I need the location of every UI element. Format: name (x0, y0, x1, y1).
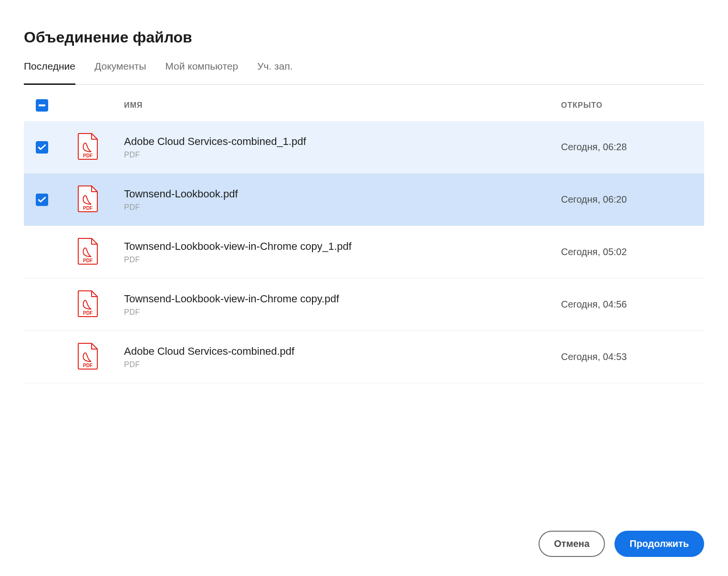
tabs-bar: Последние Документы Мой компьютер Уч. за… (24, 61, 704, 85)
file-row[interactable]: PDF Townsend-Lookbook.pdf PDF Сегодня, 0… (24, 174, 704, 226)
tab-account[interactable]: Уч. зап. (257, 61, 292, 84)
file-type: PDF (124, 360, 561, 369)
dialog-title: Объединение файлов (24, 29, 704, 46)
svg-text:PDF: PDF (83, 363, 93, 368)
svg-text:PDF: PDF (83, 153, 93, 158)
file-type: PDF (124, 151, 561, 159)
file-name: Adobe Cloud Services-combined_1.pdf (124, 135, 561, 148)
file-type: PDF (124, 308, 561, 317)
file-row[interactable]: PDF Adobe Cloud Services-combined.pdf PD… (24, 331, 704, 383)
file-name: Townsend-Lookbook.pdf (124, 188, 561, 200)
file-opened: Сегодня, 04:56 (561, 299, 704, 310)
file-name: Townsend-Lookbook-view-in-Chrome copy_1.… (124, 240, 561, 253)
select-all-checkbox[interactable] (36, 99, 48, 112)
continue-button[interactable]: Продолжить (614, 531, 704, 557)
pdf-file-icon: PDF (76, 237, 99, 265)
svg-text:PDF: PDF (83, 258, 93, 263)
pdf-file-icon: PDF (76, 290, 99, 318)
file-row[interactable]: PDF Townsend-Lookbook-view-in-Chrome cop… (24, 278, 704, 331)
file-type: PDF (124, 256, 561, 264)
cancel-button[interactable]: Отмена (539, 531, 604, 557)
file-name: Townsend-Lookbook-view-in-Chrome copy.pd… (124, 293, 561, 305)
column-header-name[interactable]: ИМЯ (124, 101, 561, 110)
pdf-file-icon: PDF (76, 342, 99, 370)
pdf-file-icon: PDF (76, 133, 99, 160)
dialog-footer: Отмена Продолжить (24, 512, 704, 557)
file-row[interactable]: PDF Townsend-Lookbook-view-in-Chrome cop… (24, 226, 704, 278)
pdf-file-icon: PDF (76, 185, 99, 213)
row-checkbox[interactable] (36, 194, 48, 206)
row-checkbox[interactable] (36, 141, 48, 154)
file-opened: Сегодня, 06:20 (561, 194, 704, 205)
file-row[interactable]: PDF Adobe Cloud Services-combined_1.pdf … (24, 121, 704, 174)
file-opened: Сегодня, 05:02 (561, 247, 704, 257)
svg-text:PDF: PDF (83, 206, 93, 211)
tab-recent[interactable]: Последние (24, 61, 75, 84)
tab-documents[interactable]: Документы (94, 61, 146, 84)
svg-text:PDF: PDF (83, 310, 93, 316)
tab-my-computer[interactable]: Мой компьютер (165, 61, 238, 84)
file-list-container: ИМЯ ОТКРЫТО PDF Adobe Cloud Services-com… (24, 85, 704, 512)
file-opened: Сегодня, 04:53 (561, 351, 704, 362)
column-header-opened[interactable]: ОТКРЫТО (561, 101, 704, 110)
file-opened: Сегодня, 06:28 (561, 142, 704, 153)
file-list[interactable]: PDF Adobe Cloud Services-combined_1.pdf … (24, 121, 704, 512)
svg-rect-0 (39, 104, 45, 106)
list-header: ИМЯ ОТКРЫТО (24, 85, 704, 121)
file-type: PDF (124, 203, 561, 212)
file-name: Adobe Cloud Services-combined.pdf (124, 345, 561, 358)
